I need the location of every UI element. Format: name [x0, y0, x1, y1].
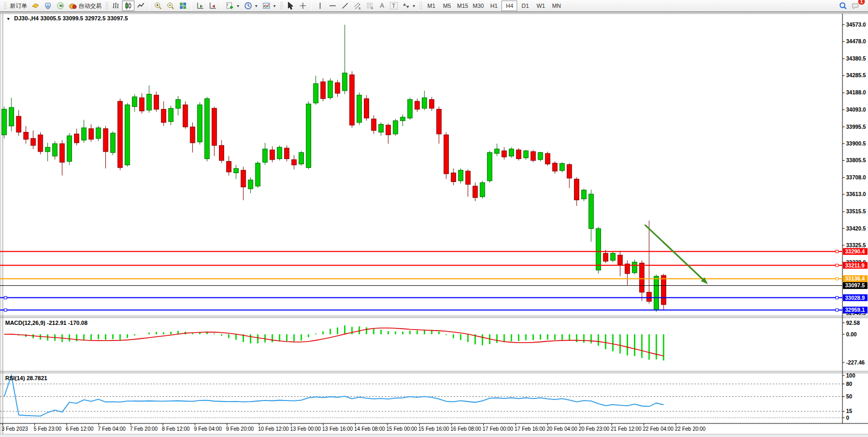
signals-icon — [56, 2, 65, 10]
candle-down — [183, 105, 188, 127]
candle-down — [161, 109, 166, 122]
toolbar-grip[interactable] — [419, 2, 422, 10]
time-tick-label: 6 Feb 12:00 — [66, 426, 94, 432]
time-tick-label: 13 Feb 00:00 — [290, 426, 321, 432]
time-tick-label: 20 Feb 23:00 — [579, 426, 609, 432]
candle-down — [531, 152, 535, 161]
time-tick-label: 22 Feb 20:00 — [675, 426, 706, 432]
macd-tick-label: 0.00 — [846, 331, 857, 337]
candle-down — [335, 83, 340, 93]
collapse-triangle-icon[interactable]: ▼ — [6, 17, 10, 21]
chart-ohlc-readout: ▼ DJ30-,H4 33005.5 33099.5 32972.5 33097… — [6, 15, 128, 21]
line-chart-icon — [137, 2, 145, 10]
timeframe-M5[interactable]: M5 — [439, 1, 455, 11]
candle-up — [523, 151, 528, 158]
candle-up — [205, 99, 210, 159]
equidistant-channel-icon: E — [353, 2, 362, 10]
timeframe-H1[interactable]: H1 — [486, 1, 502, 11]
price-tick-label: 34093.0 — [846, 106, 866, 113]
chart-shift-button[interactable] — [206, 1, 219, 11]
candle-up — [306, 104, 311, 167]
candlestick-chart-icon — [124, 2, 132, 10]
price-tick-label: 34188.0 — [846, 89, 866, 95]
hline-price-label: 33290.4 — [845, 248, 865, 254]
indicators-button[interactable]: f ▼ — [224, 1, 242, 11]
auto-scroll-icon — [196, 2, 204, 10]
hline-price-label: 32959.1 — [845, 307, 865, 313]
time-tick-label: 15 Feb 16:00 — [419, 426, 449, 432]
toolbar-grip[interactable] — [4, 2, 6, 10]
indicators-icon: f — [226, 2, 234, 10]
timeframe-H4[interactable]: H4 — [502, 1, 517, 11]
candle-down — [226, 161, 231, 172]
candle-down — [321, 82, 325, 99]
periods-clock-icon — [244, 2, 252, 10]
text-tool-button[interactable]: A — [376, 1, 388, 11]
signals-button[interactable] — [54, 1, 67, 11]
toolbar-grip[interactable] — [280, 2, 283, 10]
candle-up — [67, 136, 72, 161]
time-tick-label: 20 Feb 04:00 — [547, 426, 578, 432]
time-tick-label: 14 Feb 08:00 — [354, 426, 385, 432]
timeframe-D1[interactable]: D1 — [517, 1, 533, 11]
fibonacci-tool-button[interactable]: F — [364, 1, 376, 11]
candlestick-chart-button[interactable] — [122, 1, 135, 11]
bar-chart-button[interactable] — [109, 1, 122, 11]
crosshair-button[interactable] — [297, 1, 309, 11]
data-window-button[interactable] — [42, 1, 54, 11]
horizontal-lines-layer[interactable]: 33290.433211.933136.433097.533028.932959… — [0, 248, 867, 313]
price-tick-label: 33805.5 — [846, 157, 866, 163]
tile-windows-button[interactable] — [177, 1, 189, 11]
timeframe-MN[interactable]: MN — [548, 1, 564, 11]
auto-scroll-button[interactable] — [194, 1, 206, 11]
candle-up — [582, 190, 586, 199]
time-axis[interactable]: 3 Feb 20235 Feb 23:006 Feb 12:007 Feb 04… — [2, 423, 706, 432]
cursor-button[interactable] — [284, 1, 297, 11]
timeframe-M15[interactable]: M15 — [455, 1, 470, 11]
periods-button[interactable]: ▼ — [242, 1, 260, 11]
candle-down — [154, 95, 158, 109]
periods-caret-icon: ▼ — [254, 4, 258, 8]
price-tick-label: 33900.5 — [846, 140, 866, 147]
search-button[interactable] — [837, 1, 849, 11]
candle-down — [371, 119, 376, 130]
toolbar-grip[interactable] — [105, 2, 108, 10]
equidistant-channel-tool-button[interactable]: E — [351, 1, 364, 11]
svg-text:E: E — [359, 7, 361, 10]
notification-badge[interactable]: 1 — [858, 0, 865, 5]
candle-up — [422, 98, 427, 108]
timeframe-W1[interactable]: W1 — [533, 1, 548, 11]
candle-up — [654, 276, 659, 310]
arrows-tool-button[interactable]: ▼ — [400, 1, 418, 11]
time-tick-label: 17 Feb 00:00 — [483, 426, 514, 432]
time-tick-label: 9 Feb 04:00 — [194, 426, 222, 432]
timeframe-group: M1M5M15M30H1H4D1W1MN — [423, 1, 564, 11]
vertical-line-tool-button[interactable] — [314, 1, 326, 11]
market-watch-button[interactable] — [29, 1, 42, 11]
templates-button[interactable]: ▼ — [260, 1, 278, 11]
candle-down — [516, 150, 521, 159]
timeframe-M30[interactable]: M30 — [470, 1, 486, 11]
zoom-out-icon — [166, 2, 175, 10]
candle-up — [393, 120, 398, 133]
trendline-icon — [341, 2, 349, 10]
zoom-out-button[interactable] — [164, 1, 177, 11]
new-order-button[interactable]: 新订单 — [8, 1, 29, 11]
auto-trading-button[interactable]: 自动交易 — [67, 1, 104, 11]
candle-down — [285, 148, 289, 159]
line-chart-button[interactable] — [135, 1, 147, 11]
candle-up — [248, 180, 253, 189]
trendline-tool-button[interactable] — [339, 1, 351, 11]
horizontal-line-icon — [328, 2, 337, 10]
text-label-tool-button[interactable]: T — [388, 1, 400, 11]
arrow-annotation[interactable] — [645, 225, 708, 284]
timeframe-M1[interactable]: M1 — [423, 1, 439, 11]
chart-plot-area[interactable]: 34573.034478.034380.534285.534188.034093… — [0, 0, 868, 437]
candle-down — [270, 150, 275, 160]
candle-down — [640, 263, 644, 292]
horizontal-line-tool-button[interactable] — [326, 1, 339, 11]
candle-up — [313, 83, 318, 103]
zoom-in-button[interactable] — [152, 1, 164, 11]
price-tick-label: 34285.5 — [846, 72, 866, 78]
candle-down — [31, 138, 35, 145]
